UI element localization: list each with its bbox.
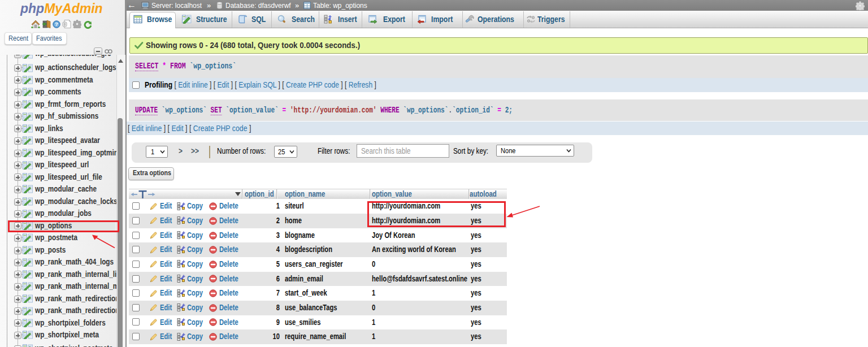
- svg-text:?: ?: [55, 21, 58, 27]
